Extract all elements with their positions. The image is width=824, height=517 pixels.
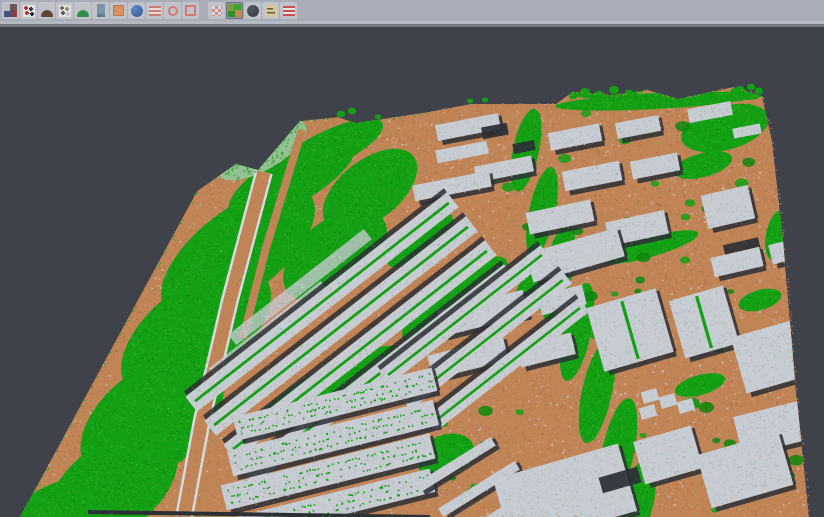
profile-lines-icon-glyph — [149, 6, 161, 16]
point-cloud-viewer-window — [0, 0, 824, 517]
point-cloud-3d-viewport[interactable] — [0, 0, 824, 517]
cross-section-icon-glyph — [97, 4, 105, 17]
main-toolbar — [0, 0, 824, 21]
dark-sphere-icon[interactable] — [244, 2, 261, 19]
flag-stripes-icon-glyph — [283, 6, 295, 16]
classified-view-icon-glyph — [228, 4, 241, 17]
green-hill-icon[interactable] — [74, 2, 91, 19]
circle-select-icon-glyph — [168, 6, 178, 16]
classified-points-icon-glyph — [23, 5, 35, 17]
classified-points-icon[interactable] — [20, 2, 37, 19]
render-preview-icon[interactable] — [2, 2, 19, 19]
dark-sphere-icon-glyph — [247, 5, 259, 17]
cross-section-icon[interactable] — [92, 2, 109, 19]
render-preview-icon-glyph — [4, 4, 17, 17]
rect-select-icon[interactable] — [182, 2, 199, 19]
sparse-points-icon-glyph — [59, 5, 71, 17]
circle-select-icon[interactable] — [164, 2, 181, 19]
rect-select-icon-glyph — [185, 5, 196, 16]
globe-icon-glyph — [131, 5, 143, 17]
checker-select-icon[interactable] — [208, 2, 225, 19]
note-tag-icon[interactable] — [262, 2, 279, 19]
toolbar-shadow-line — [0, 24, 824, 27]
note-tag-icon-glyph — [265, 5, 277, 17]
toolbar-icon-strip — [0, 0, 298, 21]
green-hill-icon-glyph — [77, 10, 89, 17]
checker-select-icon-glyph — [212, 6, 222, 16]
ortho-image-icon-glyph — [113, 5, 124, 16]
ortho-image-icon[interactable] — [110, 2, 127, 19]
flag-stripes-icon[interactable] — [280, 2, 297, 19]
profile-lines-icon[interactable] — [146, 2, 163, 19]
sparse-points-icon[interactable] — [56, 2, 73, 19]
classified-view-icon[interactable] — [226, 2, 243, 19]
terrain-mound-icon[interactable] — [38, 2, 55, 19]
terrain-mound-icon-glyph — [41, 10, 53, 17]
globe-icon[interactable] — [128, 2, 145, 19]
